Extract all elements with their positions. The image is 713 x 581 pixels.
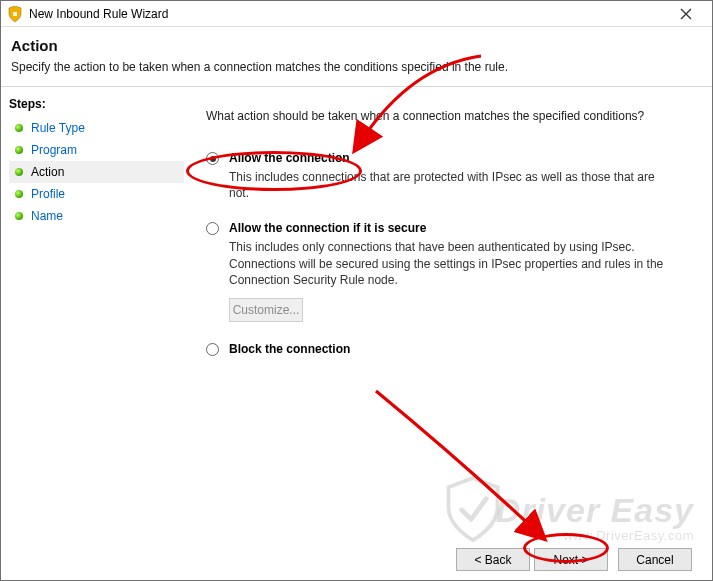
option-desc: This includes only connections that have… xyxy=(229,239,669,288)
radio-block[interactable] xyxy=(206,343,219,356)
bullet-icon xyxy=(15,168,23,176)
step-name[interactable]: Name xyxy=(9,205,184,227)
next-button[interactable]: Next > xyxy=(534,548,608,571)
option-desc: This includes connections that are prote… xyxy=(229,169,669,201)
wizard-body: Steps: Rule Type Program Action Profile … xyxy=(1,87,712,581)
option-allow-secure: Allow the connection if it is secure Thi… xyxy=(206,221,694,322)
option-label[interactable]: Allow the connection xyxy=(229,151,350,165)
steps-label: Steps: xyxy=(9,97,184,111)
step-rule-type[interactable]: Rule Type xyxy=(9,117,184,139)
radio-allow[interactable] xyxy=(206,152,219,165)
page-title: Action xyxy=(11,37,702,54)
step-label: Program xyxy=(31,143,77,157)
step-label: Profile xyxy=(31,187,65,201)
cancel-button[interactable]: Cancel xyxy=(618,548,692,571)
app-icon xyxy=(7,6,23,22)
main-panel: What action should be taken when a conne… xyxy=(186,87,712,581)
option-allow: Allow the connection This includes conne… xyxy=(206,151,694,201)
step-label: Rule Type xyxy=(31,121,85,135)
option-label[interactable]: Allow the connection if it is secure xyxy=(229,221,426,235)
footer: < Back Next > Cancel xyxy=(1,538,712,580)
step-program[interactable]: Program xyxy=(9,139,184,161)
window-title: New Inbound Rule Wizard xyxy=(29,7,666,21)
steps-sidebar: Steps: Rule Type Program Action Profile … xyxy=(1,87,186,581)
bullet-icon xyxy=(15,146,23,154)
wizard-header: Action Specify the action to be taken wh… xyxy=(1,27,712,87)
close-icon xyxy=(680,8,692,20)
main-prompt: What action should be taken when a conne… xyxy=(206,109,694,123)
option-block: Block the connection xyxy=(206,342,694,356)
step-label: Action xyxy=(31,165,64,179)
radio-allow-secure[interactable] xyxy=(206,222,219,235)
step-profile[interactable]: Profile xyxy=(9,183,184,205)
page-subtitle: Specify the action to be taken when a co… xyxy=(11,60,702,74)
bullet-icon xyxy=(15,190,23,198)
back-button[interactable]: < Back xyxy=(456,548,530,571)
titlebar: New Inbound Rule Wizard xyxy=(1,1,712,27)
bullet-icon xyxy=(15,212,23,220)
step-action[interactable]: Action xyxy=(9,161,184,183)
close-button[interactable] xyxy=(666,2,706,26)
bullet-icon xyxy=(15,124,23,132)
step-label: Name xyxy=(31,209,63,223)
customize-button: Customize... xyxy=(229,298,303,322)
option-label[interactable]: Block the connection xyxy=(229,342,350,356)
svg-rect-0 xyxy=(13,12,17,16)
